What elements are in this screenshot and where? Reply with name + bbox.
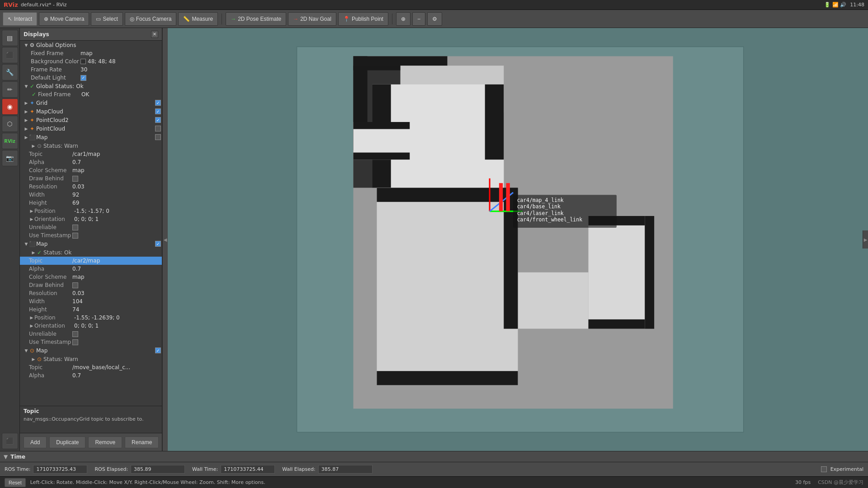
global-options-icon: ⚙ — [29, 42, 35, 48]
svg-rect-21 — [499, 183, 503, 211]
map1-drawbehind-cb[interactable] — [72, 176, 78, 182]
sidebar-btn3[interactable]: 🔧 — [2, 64, 18, 80]
map1-unreliable-cb[interactable] — [72, 225, 78, 230]
map1-checkbox[interactable] — [155, 134, 161, 140]
tooltip-area: Topic nav_msgs::OccupancyGrid topic to s… — [20, 406, 162, 433]
add-button[interactable]: Add — [24, 436, 47, 448]
nav-goal-button[interactable]: → 2D Nav Goal — [288, 12, 336, 26]
mapcloud-row[interactable]: ▶ ✦ MapCloud — [20, 107, 162, 116]
map1-row[interactable]: ▶ ⬛ Map — [20, 133, 162, 141]
experimental-checkbox[interactable] — [821, 466, 827, 472]
main-content: ▤ ⬛ 🔧 ✏ ◉ ⬡ RViz 📷 ⬛ Displays ✕ ▼ ⚙ Glob… — [0, 28, 868, 451]
toolbar-sep2 — [392, 14, 392, 24]
publish-point-button[interactable]: 📍 Publish Point — [338, 12, 388, 26]
sidebar-btn8[interactable]: 📷 — [2, 150, 18, 166]
sidebar-bottom-btn[interactable]: ⬛ — [2, 433, 18, 449]
interact-button[interactable]: ↖ Interact — [3, 12, 37, 26]
map2-status-row: ▶ ✓ Status: Ok — [20, 248, 162, 257]
map2-drawbehind-cb[interactable] — [72, 282, 78, 288]
collapse-handle[interactable]: ◀ — [162, 28, 168, 451]
default-light-checkbox[interactable] — [80, 75, 86, 81]
pose-estimate-button[interactable]: → 2D Pose Estimate — [226, 12, 286, 26]
remove-button[interactable]: Remove — [88, 436, 122, 448]
time-arrow: ▼ — [4, 454, 8, 460]
pointcloud-checkbox[interactable] — [155, 126, 161, 131]
map3-status-arrow: ▶ — [31, 357, 36, 361]
displays-close-button[interactable]: ✕ — [151, 31, 158, 38]
experimental-label: Experimental — [830, 466, 863, 472]
map1-timestamp-cb[interactable] — [72, 233, 78, 239]
map2-icon: ⬛ — [29, 241, 35, 247]
mapcloud-checkbox[interactable] — [155, 108, 161, 114]
fixed-frame-row[interactable]: Fixed Frame map — [20, 49, 162, 57]
select-button[interactable]: ▭ Select — [91, 12, 123, 26]
map2-resolution-row: Resolution 0.03 — [20, 289, 162, 297]
global-options-row[interactable]: ▼ ⚙ Global Options — [20, 41, 162, 49]
map1-orient-row: ▶ Orientation 0; 0; 0; 1 — [20, 215, 162, 223]
map2-row[interactable]: ▼ ⬛ Map — [20, 239, 162, 248]
watermark: CSDN @晨少爱学习 — [818, 479, 863, 486]
status-ok-icon: ✓ — [29, 83, 35, 89]
map1-status-row: ▶ ⊙ Status: Warn — [20, 141, 162, 150]
focus-camera-button[interactable]: ◎ Focus Camera — [125, 12, 177, 26]
sidebar-btn4[interactable]: ✏ — [2, 81, 18, 98]
map2-orient-row: ▶ Orientation 0; 0; 0; 1 — [20, 322, 162, 330]
map1-resolution-row: Resolution 0.03 — [20, 183, 162, 191]
map2-width-row: Width 104 — [20, 297, 162, 305]
right-viewport-handle[interactable]: ▶ — [863, 230, 868, 249]
pointcloud-row[interactable]: ▶ ✦ PointCloud — [20, 124, 162, 133]
frame-rate-row[interactable]: Frame Rate 30 — [20, 66, 162, 74]
grid-row[interactable]: ▶ ✦ Grid — [20, 99, 162, 107]
wall-time-value: 1710733725.44 — [221, 465, 275, 474]
svg-rect-16 — [589, 319, 645, 329]
sidebar-btn6[interactable]: ⬡ — [2, 116, 18, 132]
settings-button[interactable]: ⚙ — [427, 12, 442, 26]
duplicate-button[interactable]: Duplicate — [49, 436, 85, 448]
focus-icon: ◎ — [130, 16, 134, 22]
sidebar-btn5[interactable]: ◉ — [2, 99, 18, 115]
crosshair-button[interactable]: ⊕ — [396, 12, 410, 26]
titlebar: RViz default.rviz* - RViz 🔋 📶 🔊 11:48 — [0, 0, 868, 10]
ros-time-value: 1710733725.43 — [33, 465, 87, 474]
default-light-row[interactable]: Default Light — [20, 74, 162, 82]
pointcloud2-row[interactable]: ▶ ✦ PointCloud2 — [20, 116, 162, 124]
reset-button[interactable]: Reset — [5, 478, 26, 487]
titlebar-left: RViz default.rviz* - RViz — [4, 1, 67, 8]
map2-checkbox[interactable] — [155, 241, 161, 247]
tooltip-label: Topic — [24, 408, 158, 414]
time-section-header[interactable]: ▼ Time — [0, 451, 868, 462]
map2-topic-row[interactable]: Topic /car2/map — [20, 257, 162, 265]
pointcloud2-checkbox[interactable] — [155, 117, 161, 123]
bg-color-row[interactable]: Background Color 48; 48; 48 — [20, 57, 162, 66]
global-status-ff-row: ✓ Fixed Frame OK — [20, 90, 162, 99]
global-status-row[interactable]: ▼ ✓ Global Status: Ok — [20, 82, 162, 90]
svg-rect-17 — [645, 216, 654, 329]
map2-drawbehind-row: Draw Behind — [20, 281, 162, 289]
map1-status-arrow: ▶ — [31, 144, 36, 148]
grid-checkbox[interactable] — [155, 100, 161, 106]
sidebar-btn2[interactable]: ⬛ — [2, 47, 18, 63]
map3-row[interactable]: ▼ ⊙ Map — [20, 346, 162, 355]
map3-warn-icon: ⊙ — [36, 356, 42, 362]
map2-height-row: Height 74 — [20, 305, 162, 314]
wall-time-label: Wall Time: — [192, 466, 218, 472]
sidebar-displays-btn[interactable]: ▤ — [2, 30, 18, 46]
mapcloud-icon: ✦ — [29, 108, 35, 115]
displays-tree[interactable]: ▼ ⚙ Global Options Fixed Frame map Backg… — [20, 41, 162, 406]
measure-button[interactable]: 📏 Measure — [178, 12, 218, 26]
map2-unreliable-cb[interactable] — [72, 331, 78, 337]
rename-button[interactable]: Rename — [125, 436, 159, 448]
map2-arrow: ▼ — [24, 242, 29, 246]
experimental-area: Experimental — [821, 466, 863, 472]
svg-text:car4/base_link: car4/base_link — [517, 203, 561, 210]
viewport[interactable]: car4/map_4_link car4/base_link car4/lase… — [168, 28, 868, 451]
sidebar-rviz-btn[interactable]: RViz — [2, 133, 18, 149]
map2-unreliable-row: Unreliable — [20, 330, 162, 338]
instructions-text: Left-Click: Rotate. Middle-Click: Move X… — [30, 479, 265, 485]
move-camera-button[interactable]: ⊕ Move Camera — [39, 12, 89, 26]
map3-arrow: ▼ — [24, 348, 29, 353]
map1-height-row: Height 69 — [20, 199, 162, 207]
minus-button[interactable]: − — [412, 12, 425, 26]
map3-checkbox[interactable] — [155, 347, 161, 353]
map2-timestamp-cb[interactable] — [72, 339, 78, 345]
